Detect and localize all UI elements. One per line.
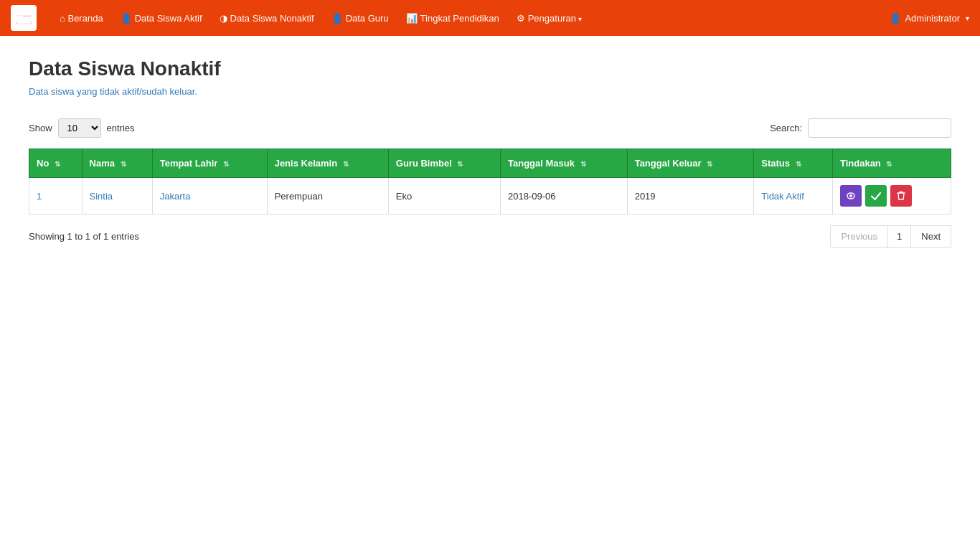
col-tempat-lahir[interactable]: Tempat Lahir ⇅ xyxy=(152,149,267,178)
col-jenis-kelamin[interactable]: Jenis Kelamin ⇅ xyxy=(267,149,388,178)
pagination-row: Showing 1 to 1 of 1 entries Previous 1 N… xyxy=(29,225,951,248)
table-header-row: No ⇅ Nama ⇅ Tempat Lahir ⇅ Jenis Kelamin… xyxy=(29,149,951,178)
cell-no: 1 xyxy=(29,178,83,215)
cell-tindakan xyxy=(832,178,951,215)
search-box: Search: xyxy=(770,118,951,138)
navbar: ⌂ Beranda 👤Data Siswa Aktif ◑Data Siswa … xyxy=(0,0,980,36)
nav-item-data-guru[interactable]: 👤Data Guru xyxy=(323,0,397,36)
sort-icon-tempat-lahir: ⇅ xyxy=(223,160,229,168)
nav-link-data-siswa-nonaktif: ◑Data Siswa Nonaktif xyxy=(220,13,314,24)
svg-point-4 xyxy=(849,194,852,197)
entries-label: entries xyxy=(107,123,135,133)
approve-button[interactable] xyxy=(865,185,887,207)
main-content: Data Siswa Nonaktif Data siswa yang tida… xyxy=(0,36,980,551)
col-tanggal-keluar[interactable]: Tanggal Keluar ⇅ xyxy=(627,149,754,178)
cell-tempat-lahir-link[interactable]: Jakarta xyxy=(160,191,191,202)
cell-status: Tidak Aktif xyxy=(754,178,833,215)
admin-user-icon: 👤 xyxy=(890,13,901,24)
cell-tanggal-keluar: 2019 xyxy=(627,178,754,215)
col-status[interactable]: Status ⇅ xyxy=(754,149,833,178)
col-tanggal-masuk[interactable]: Tanggal Masuk ⇅ xyxy=(501,149,628,178)
search-label: Search: xyxy=(770,123,802,133)
col-nama[interactable]: Nama ⇅ xyxy=(82,149,152,178)
caret-down-icon: ▾ xyxy=(578,15,582,23)
nav-link-pengaturan: ⚙Pengaturan▾ xyxy=(517,13,582,24)
user-icon: 👤 xyxy=(121,13,132,24)
col-no[interactable]: No ⇅ xyxy=(29,149,83,178)
entries-select[interactable]: 10 25 50 100 xyxy=(58,118,101,138)
nav-item-beranda[interactable]: ⌂ Beranda xyxy=(51,0,112,36)
pagination-controls: Previous 1 Next xyxy=(830,225,951,248)
previous-button[interactable]: Previous xyxy=(830,225,888,248)
action-buttons xyxy=(840,185,943,207)
table-row: 1 Sintia Jakarta Perempuan Eko 2018-09-0… xyxy=(29,178,951,215)
nav-link-tingkat-pendidikan: 📊Tingkat Pendidikan xyxy=(406,13,499,24)
col-tindakan[interactable]: Tindakan ⇅ xyxy=(832,149,951,178)
row-link-no[interactable]: 1 xyxy=(37,191,42,202)
sort-icon-tanggal-keluar: ⇅ xyxy=(707,160,712,168)
nav-item-data-siswa-nonaktif[interactable]: ◑Data Siswa Nonaktif xyxy=(211,0,323,36)
show-label: Show xyxy=(29,123,52,133)
cell-tempat-lahir: Jakarta xyxy=(152,178,267,215)
delete-button[interactable] xyxy=(890,185,912,207)
table-header: No ⇅ Nama ⇅ Tempat Lahir ⇅ Jenis Kelamin… xyxy=(29,149,951,178)
sort-icon-tanggal-masuk: ⇅ xyxy=(580,160,586,168)
page-number[interactable]: 1 xyxy=(888,225,910,248)
nav-item-tingkat-pendidikan[interactable]: 📊Tingkat Pendidikan xyxy=(397,0,508,36)
chart-icon: 📊 xyxy=(406,13,418,24)
nav-link-data-siswa-aktif: 👤Data Siswa Aktif xyxy=(121,13,202,24)
clock-icon: ◑ xyxy=(220,13,227,24)
show-entries: Show 10 25 50 100 entries xyxy=(29,118,135,138)
status-badge: Tidak Aktif xyxy=(761,191,804,202)
col-guru-bimbel[interactable]: Guru Bimbel ⇅ xyxy=(388,149,500,178)
admin-dropdown[interactable]: 👤 Administrator ▾ xyxy=(890,13,969,24)
nav-item-data-siswa-aktif[interactable]: 👤Data Siswa Aktif xyxy=(112,0,211,36)
next-button[interactable]: Next xyxy=(910,225,951,248)
cell-jenis-kelamin: Perempuan xyxy=(267,178,388,215)
row-link-nama[interactable]: Sintia xyxy=(90,191,113,202)
navbar-nav: ⌂ Beranda 👤Data Siswa Aktif ◑Data Siswa … xyxy=(51,0,890,36)
data-table: No ⇅ Nama ⇅ Tempat Lahir ⇅ Jenis Kelamin… xyxy=(29,149,951,215)
page-title: Data Siswa Nonaktif xyxy=(29,57,951,80)
nav-link-beranda: ⌂ Beranda xyxy=(60,13,103,24)
navbar-right: 👤 Administrator ▾ xyxy=(890,13,969,24)
cell-tanggal-masuk: 2018-09-06 xyxy=(501,178,628,215)
controls-row: Show 10 25 50 100 entries Search: xyxy=(29,118,951,138)
teacher-icon: 👤 xyxy=(331,13,343,24)
admin-caret-icon: ▾ xyxy=(966,14,969,22)
page-subtitle: Data siswa yang tidak aktif/sudah keluar… xyxy=(29,86,951,97)
view-button[interactable] xyxy=(840,185,862,207)
navbar-brand[interactable] xyxy=(11,5,37,31)
nav-link-data-guru: 👤Data Guru xyxy=(331,13,389,24)
pagination-info: Showing 1 to 1 of 1 entries xyxy=(29,231,139,242)
folder-icon xyxy=(11,5,37,31)
gear-icon: ⚙ xyxy=(517,13,525,24)
cell-guru-bimbel: Eko xyxy=(388,178,500,215)
sort-icon-tindakan: ⇅ xyxy=(886,160,892,168)
sort-icon-nama: ⇅ xyxy=(121,160,126,168)
sort-icon-jenis-kelamin: ⇅ xyxy=(343,160,349,168)
nav-item-pengaturan[interactable]: ⚙Pengaturan▾ xyxy=(508,0,590,36)
table-body: 1 Sintia Jakarta Perempuan Eko 2018-09-0… xyxy=(29,178,951,215)
sort-icon-status: ⇅ xyxy=(796,160,801,168)
sort-icon-no: ⇅ xyxy=(55,160,60,168)
sort-icon-guru-bimbel: ⇅ xyxy=(457,160,463,168)
cell-nama: Sintia xyxy=(82,178,152,215)
search-input[interactable] xyxy=(808,118,951,138)
